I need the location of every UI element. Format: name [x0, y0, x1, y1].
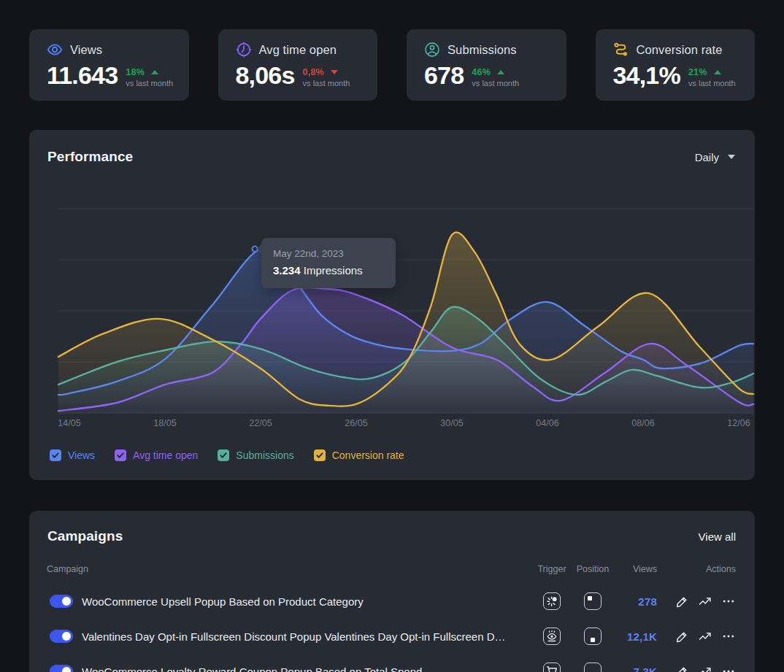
campaign-actions: [657, 630, 739, 643]
stat-delta: 18%: [126, 68, 173, 77]
stats-trend-icon[interactable]: [699, 595, 712, 608]
column-header-position: Position: [572, 564, 613, 574]
stat-value: 8,06s: [236, 64, 295, 86]
stat-card-avg-time-open: Avg time open8,06s0,8%vs last month: [218, 29, 378, 101]
campaign-position-cell: [572, 592, 613, 610]
legend-checkbox-checked-icon[interactable]: [115, 449, 126, 461]
campaigns-rows: WooCommerce Upsell Popup Based on Produc…: [29, 584, 755, 672]
svg-text:26/05: 26/05: [345, 418, 367, 428]
view-all-link[interactable]: View all: [699, 530, 736, 543]
campaign-row: WooCommerce Upsell Popup Based on Produc…: [29, 584, 755, 619]
toggle-knob: [62, 667, 71, 672]
position-bottom-center-icon[interactable]: [584, 663, 602, 672]
range-select[interactable]: Daily: [695, 151, 737, 163]
click-burst-icon[interactable]: [543, 592, 561, 610]
stat-label: Conversion rate: [637, 43, 723, 57]
stat-label: Submissions: [447, 43, 517, 57]
stat-value-row: 34,1%21%vs last month: [613, 64, 741, 88]
campaign-name-cell: Valentines Day Opt-in Fullscreen Discoun…: [47, 630, 531, 643]
stat-value-row: 67846%vs last month: [424, 64, 552, 88]
chevron-down-icon: [728, 155, 735, 159]
column-header-trigger: Trigger: [531, 564, 572, 574]
stat-card-conversion-rate: Conversion rate34,1%21%vs last month: [596, 29, 756, 101]
stat-side: 18%vs last month: [126, 64, 173, 88]
legend-checkbox-checked-icon[interactable]: [314, 449, 326, 461]
campaign-name-cell: WooCommerce Upsell Popup Based on Produc…: [47, 595, 531, 608]
toggle-knob: [62, 632, 71, 641]
legend-label: Views: [68, 449, 95, 461]
stat-delta: 0,8%: [303, 68, 350, 77]
tooltip-date: May 22nd, 2023: [273, 248, 384, 259]
stat-side: 0,8%vs last month: [303, 64, 350, 88]
stat-card-header: Views: [47, 42, 174, 58]
performance-panel: Performance Daily 14/0518/0522/0526/0530…: [29, 130, 755, 480]
stat-value: 11.643: [47, 64, 118, 86]
column-header-campaign: Campaign: [47, 564, 531, 574]
more-ellipsis-icon[interactable]: [722, 665, 735, 672]
column-header-views: Views: [613, 564, 657, 574]
edit-pencil-icon[interactable]: [675, 595, 688, 608]
legend-item-submissions[interactable]: Submissions: [218, 449, 293, 461]
campaign-views-count: 12,1K: [613, 630, 657, 643]
stat-card-header: Submissions: [424, 42, 552, 58]
chart-tooltip: May 22nd, 2023 3.234 Impressions: [261, 238, 396, 288]
legend-label: Avg time open: [133, 449, 198, 461]
position-bottom-center-icon[interactable]: [584, 627, 602, 645]
campaign-enabled-toggle[interactable]: [50, 595, 73, 608]
stat-caption: vs last month: [126, 79, 173, 88]
svg-text:08/06: 08/06: [631, 418, 654, 428]
campaigns-title: Campaigns: [47, 528, 123, 544]
svg-text:14/05: 14/05: [58, 418, 80, 428]
stats-trend-icon[interactable]: [699, 665, 712, 672]
campaigns-header: Campaigns View all: [29, 528, 755, 544]
more-ellipsis-icon[interactable]: [722, 595, 735, 608]
trend-up-triangle-icon: [497, 70, 504, 74]
campaign-name: WooCommerce Upsell Popup Based on Produc…: [82, 595, 374, 608]
stat-delta: 46%: [472, 68, 519, 77]
campaign-views-count: 278: [613, 595, 657, 608]
legend-item-views[interactable]: Views: [50, 449, 95, 461]
campaign-enabled-toggle[interactable]: [50, 630, 73, 643]
edit-pencil-icon[interactable]: [675, 665, 688, 672]
user-circle-icon: [424, 42, 440, 58]
stat-card-header: Avg time open: [236, 42, 364, 58]
stat-caption: vs last month: [472, 79, 519, 88]
campaign-enabled-toggle[interactable]: [50, 665, 73, 672]
stats-trend-icon[interactable]: [699, 630, 712, 643]
svg-text:30/05: 30/05: [440, 418, 463, 428]
campaign-trigger-cell: [531, 627, 572, 645]
more-ellipsis-icon[interactable]: [722, 630, 735, 643]
campaigns-column-headers: Campaign Trigger Position Views Actions: [29, 564, 755, 574]
stat-card-submissions: Submissions67846%vs last month: [407, 29, 566, 101]
stat-card-views: Views11.64318%vs last month: [29, 29, 189, 101]
stat-label: Views: [70, 43, 102, 57]
legend-item-conversion-rate[interactable]: Conversion rate: [314, 449, 404, 461]
route-icon: [613, 42, 629, 58]
campaign-row: WooCommerce Loyalty Reward Coupon Popup …: [29, 654, 755, 672]
performance-header: Performance Daily: [29, 130, 755, 165]
stat-value-row: 8,06s0,8%vs last month: [236, 64, 364, 88]
dashboard-page: Views11.64318%vs last monthAvg time open…: [0, 0, 784, 672]
stat-side: 21%vs last month: [688, 64, 736, 88]
campaign-trigger-cell: [531, 592, 572, 610]
stat-delta: 21%: [688, 68, 736, 77]
svg-text:12/06: 12/06: [727, 418, 750, 428]
campaigns-panel: Campaigns View all Campaign Trigger Posi…: [29, 511, 755, 672]
campaign-name: Valentines Day Opt-in Fullscreen Discoun…: [82, 630, 516, 643]
cart-icon[interactable]: [543, 663, 561, 672]
position-top-left-icon[interactable]: [584, 592, 602, 610]
legend-item-avg-time-open[interactable]: Avg time open: [115, 449, 198, 461]
legend-checkbox-checked-icon[interactable]: [218, 449, 229, 461]
trend-up-triangle-icon: [151, 70, 158, 74]
edit-pencil-icon[interactable]: [675, 630, 688, 643]
chart-x-axis-labels: 14/0518/0522/0526/0530/0504/0608/0612/06: [58, 418, 750, 428]
stat-caption: vs last month: [688, 79, 736, 88]
clock-icon: [236, 42, 252, 58]
svg-text:18/05: 18/05: [153, 418, 176, 428]
scroll-eye-icon[interactable]: [543, 627, 561, 645]
campaign-actions: [657, 665, 739, 672]
stat-value: 34,1%: [613, 64, 680, 86]
stats-row: Views11.64318%vs last monthAvg time open…: [29, 29, 755, 101]
campaign-position-cell: [572, 663, 613, 672]
legend-checkbox-checked-icon[interactable]: [50, 449, 61, 461]
